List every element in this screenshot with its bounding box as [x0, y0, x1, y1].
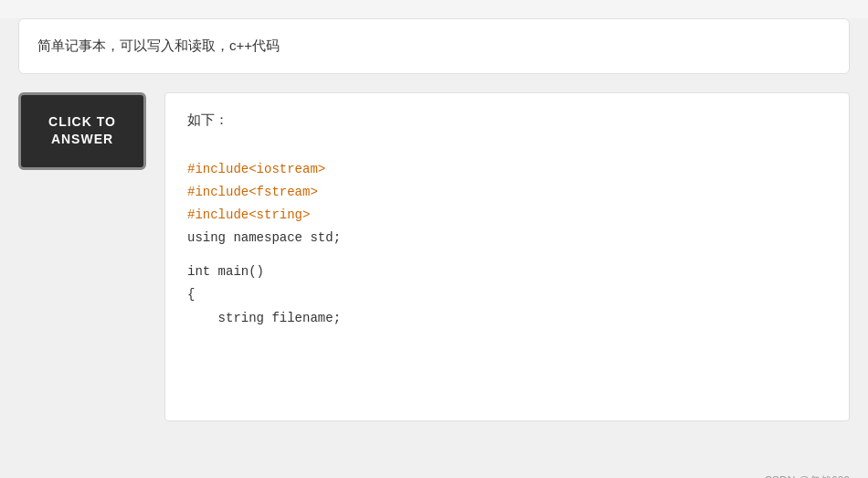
answer-panel: 如下： #include<iostream> #include<fstream>… — [164, 92, 850, 421]
code-line-3: #include<string> — [187, 204, 827, 227]
content-area: CLICK TO ANSWER 如下： #include<iostream> #… — [18, 92, 850, 421]
code-line-4: using namespace std; — [187, 227, 827, 250]
question-text: 简单记事本，可以写入和读取，c++代码 — [37, 37, 280, 53]
question-box: 简单记事本，可以写入和读取，c++代码 — [18, 18, 850, 74]
code-line-2: #include<fstream> — [187, 181, 827, 204]
code-line-1: #include<iostream> — [187, 158, 827, 181]
watermark: CSDN @忽然602 — [764, 473, 850, 478]
button-label-line2: ANSWER — [51, 132, 113, 146]
code-line-5: int main() — [187, 260, 827, 283]
code-line-6: { — [187, 283, 827, 306]
page-wrapper: 简单记事本，可以写入和读取，c++代码 CLICK TO ANSWER 如下： … — [0, 18, 868, 478]
answer-intro: 如下： — [187, 112, 827, 129]
button-label-line1: CLICK TO — [48, 114, 116, 129]
click-to-answer-button[interactable]: CLICK TO ANSWER — [18, 92, 146, 170]
code-spacer-2 — [187, 250, 827, 260]
code-line-7: string filename; — [187, 307, 827, 330]
code-block: #include<iostream> #include<fstream> #in… — [187, 147, 827, 330]
code-spacer-1 — [187, 147, 827, 158]
